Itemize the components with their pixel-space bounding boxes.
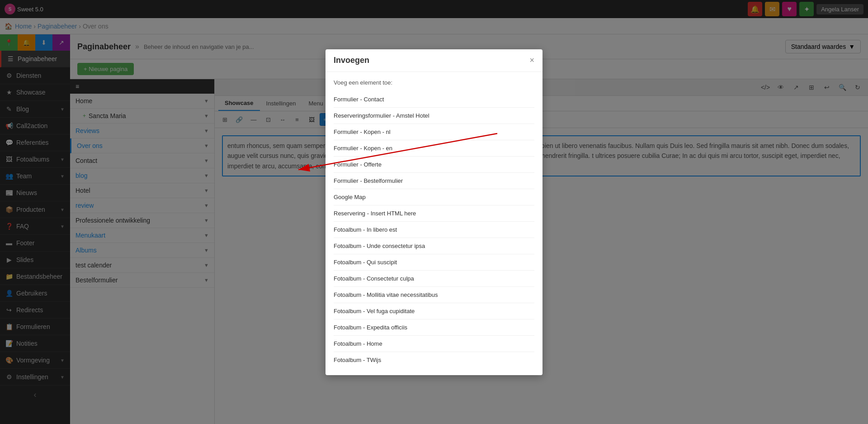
modal-overlay[interactable]: Invoegen × Voeg een element toe: Formuli… <box>0 0 868 424</box>
modal-item-google-map[interactable]: Google Map <box>334 189 534 205</box>
modal-item-reservering-html[interactable]: Reservering - Insert HTML here <box>334 205 534 222</box>
modal-item-formulier-bestelformulier[interactable]: Formulier - Bestelformulier <box>334 173 534 189</box>
modal-item-fotoalbum-unde[interactable]: Fotoalbum - Unde consectetur ipsa <box>334 238 534 254</box>
modal-body: Voeg een element toe: Formulier - Contac… <box>326 72 542 375</box>
modal-header: Invoegen × <box>326 49 542 72</box>
modal-item-fotoalbum-in-libero[interactable]: Fotoalbum - In libero est <box>334 222 534 238</box>
modal-item-fotoalbum-home[interactable]: Fotoalbum - Home <box>334 336 534 352</box>
modal-item-fotoalbum-qui[interactable]: Fotoalbum - Qui suscipit <box>334 254 534 271</box>
modal-item-fotoalbum-expedita[interactable]: Fotoalbum - Expedita officiis <box>334 319 534 336</box>
modal-subtitle: Voeg een element toe: <box>334 79 534 86</box>
modal-item-fotoalbum-consectetur[interactable]: Fotoalbum - Consectetur culpa <box>334 271 534 287</box>
modal-close-button[interactable]: × <box>529 56 534 65</box>
modal-item-fotoalbum-mollitia[interactable]: Fotoalbum - Mollitia vitae necessitatibu… <box>334 287 534 303</box>
modal-title: Invoegen <box>334 56 369 65</box>
modal-item-reserveringsformulier[interactable]: Reserveringsformulier - Amstel Hotel <box>334 108 534 124</box>
modal-item-formulier-offerte[interactable]: Formulier - Offerte <box>334 157 534 173</box>
invoegen-modal: Invoegen × Voeg een element toe: Formuli… <box>326 49 542 375</box>
modal-item-formulier-kopen-nl[interactable]: Formulier - Kopen - nl <box>334 124 534 140</box>
modal-item-formulier-kopen-en[interactable]: Formulier - Kopen - en <box>334 140 534 157</box>
modal-item-fotoalbum-twijs[interactable]: Fotoalbum - TWijs <box>334 352 534 368</box>
modal-item-formulier-contact[interactable]: Formulier - Contact <box>334 91 534 108</box>
modal-item-fotoalbum-vel[interactable]: Fotoalbum - Vel fuga cupiditate <box>334 303 534 319</box>
